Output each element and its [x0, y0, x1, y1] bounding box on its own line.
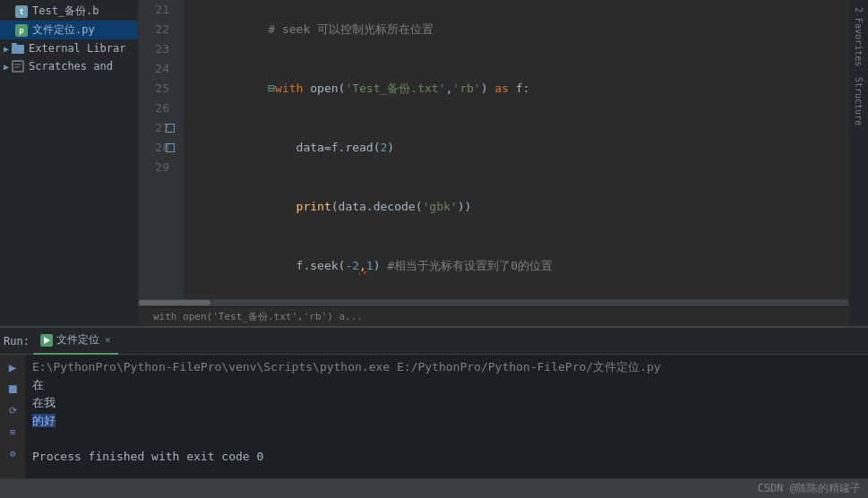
horizontal-scrollbar[interactable]	[139, 299, 848, 306]
folder-icon	[11, 41, 25, 56]
code-line-21: # seek 可以控制光标所在位置	[198, 0, 848, 59]
breadcrumb-text: with open('Test_备份.txt','rb') a...	[153, 310, 363, 323]
line-num-21: 21	[139, 0, 176, 20]
run-output-line-3: 的好	[32, 412, 861, 430]
structure-label[interactable]: Structure	[852, 73, 865, 129]
watermark-text: CSDN @陈陈的精罐子	[758, 481, 861, 496]
line-num-29: 29	[139, 158, 176, 177]
code-line-23: data=f.read(2)	[198, 118, 848, 177]
sidebar-item-label: External Librar	[29, 42, 125, 55]
breadcrumb-bar: with open('Test_备份.txt','rb') a...	[139, 306, 848, 326]
favorites-label[interactable]: 2 Favorites	[852, 4, 865, 70]
line-num-25: 25	[139, 79, 176, 99]
scrollbar-thumb[interactable]	[139, 300, 211, 305]
sidebar-item-label: Test_备份.b	[32, 4, 99, 19]
run-toolbar: ▶ ⏹ ⟳ ≡ ⚙	[0, 355, 25, 478]
line-numbers: 21 22 23 24 25 26 27 28 29	[139, 0, 184, 299]
svg-marker-5	[44, 337, 50, 344]
expand-icon: ▶	[4, 62, 9, 72]
run-tab-label: 文件定位	[56, 332, 99, 348]
sidebar-item-external-lib[interactable]: ▶ External Librar	[0, 39, 138, 57]
line-num-22: 22	[139, 20, 176, 39]
run-settings-button[interactable]: ⚙	[4, 444, 21, 462]
line-num-24: 24	[139, 59, 176, 79]
highlighted-output: 的好	[32, 414, 56, 427]
code-line-25: f.seek(-2,1) #相当于光标有设置到了0的位置	[198, 236, 848, 296]
py-file-icon: p	[14, 23, 29, 38]
sidebar-item-test-backup[interactable]: t Test_备份.b	[0, 2, 138, 21]
sidebar-item-label: Scratches and	[29, 60, 113, 73]
run-tab-py-icon	[40, 334, 53, 347]
txt-file-icon: t	[14, 4, 29, 19]
code-line-22: ⊟with open('Test_备份.txt','rb') as f:	[198, 59, 848, 118]
run-output-command: E:\PythonPro\Python-FilePro\venv\Scripts…	[32, 358, 861, 376]
svg-rect-1	[12, 43, 17, 47]
code-content-area: 21 22 23 24 25 26 27 28 29 # seek 可以控制光标…	[139, 0, 848, 299]
right-sidebar: 2 Favorites Structure	[848, 0, 868, 326]
run-output-line-2: 在我	[32, 394, 861, 412]
sidebar-item-label: 文件定位.py	[32, 22, 95, 38]
run-content: ▶ ⏹ ⟳ ≡ ⚙ E:\PythonPro\Python-FilePro\ve…	[0, 355, 868, 478]
line-num-28: 28	[139, 138, 176, 158]
line-num-26: 26	[139, 99, 176, 118]
run-panel: Run: 文件定位 × ▶ ⏹ ⟳ ≡ ⚙ E:\PythonPro\Pytho…	[0, 326, 868, 478]
scratch-icon	[11, 59, 25, 73]
file-tree-sidebar: t Test_备份.b p 文件定位.py ▶ External Librar …	[0, 0, 139, 326]
code-line-24: print(data.decode('gbk'))	[198, 177, 848, 236]
sidebar-item-scratches[interactable]: ▶ Scratches and	[0, 57, 138, 75]
line-num-23: 23	[139, 39, 176, 59]
sidebar-item-file-location[interactable]: p 文件定位.py	[0, 21, 138, 39]
code-lines: # seek 可以控制光标所在位置 ⊟with open('Test_备份.tx…	[184, 0, 848, 299]
editor-area: t Test_备份.b p 文件定位.py ▶ External Librar …	[0, 0, 868, 326]
run-scroll-button[interactable]: ≡	[4, 423, 21, 441]
run-tabs-bar: Run: 文件定位 ×	[0, 328, 868, 355]
run-rerun-button[interactable]: ⟳	[4, 401, 21, 419]
run-output-panel: E:\PythonPro\Python-FilePro\venv\Scripts…	[25, 355, 868, 478]
svg-rect-2	[13, 61, 23, 72]
run-output-exit-code: Process finished with exit code 0	[32, 448, 861, 466]
status-bar: CSDN @陈陈的精罐子	[0, 478, 868, 498]
run-output-line-1: 在	[32, 376, 861, 394]
collapse-icon: ▶	[4, 44, 9, 54]
run-tab-file-location[interactable]: 文件定位 ×	[33, 328, 118, 355]
line-num-27: 27	[139, 118, 176, 138]
run-label: Run:	[4, 335, 30, 348]
run-tab-close-button[interactable]: ×	[105, 334, 111, 346]
run-play-button[interactable]: ▶	[4, 358, 21, 376]
run-output-line-blank	[32, 430, 861, 448]
run-stop-button[interactable]: ⏹	[4, 380, 21, 398]
code-editor[interactable]: 21 22 23 24 25 26 27 28 29 # seek 可以控制光标…	[139, 0, 848, 326]
